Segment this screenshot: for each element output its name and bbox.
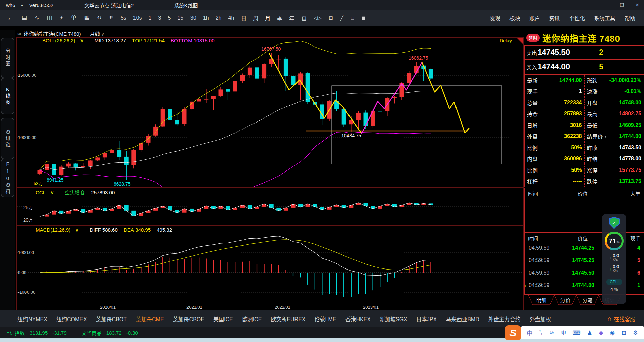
detail-tab-分价[interactable]: 分价 [560,297,570,303]
ime-skin-icon[interactable]: ◆ [599,329,603,336]
quote-label: 持仓 [527,110,538,118]
sidebar-tab-分时图[interactable]: 分时图 [1,38,14,78]
delay-badge: 延时 [526,34,540,42]
sidebar-tab-K线图[interactable]: K线图 [1,78,14,114]
macd-indicator-header[interactable]: MACD(12,26,9)∨ DIFF 588.60 DEA 340.95 49… [36,227,177,233]
timeframe-日-button[interactable]: 日 [237,14,250,22]
timeframe-3-button[interactable]: 3 [155,15,164,21]
tick-time: 04:59:59 [529,257,549,263]
quote-label[interactable]: 结算价 [587,132,603,140]
timeframe-5s-button[interactable]: 5s [117,15,130,21]
timeframe-季-button[interactable]: 季 [274,14,286,22]
ime-emoji-icon[interactable]: ☺ [549,329,555,336]
y-axis-label: 0.00 [18,270,26,275]
timeframe-15-button[interactable]: 15 [174,15,187,21]
timeframe-1-button[interactable]: 1 [145,15,155,21]
chevron-down-icon[interactable]: ▼ [604,135,607,138]
memory-gauge[interactable]: 71% [605,232,624,250]
ime-soft-keyboard-icon[interactable]: ⌨ [572,329,581,336]
quote-contract-title[interactable]: 迷你纳指主连 7480 [542,32,620,44]
exchange-tab-日本JPX[interactable]: 日本JPX [416,310,437,327]
timeframe-周-button[interactable]: 周 [250,14,262,22]
kline-chart-canvas[interactable] [15,30,524,310]
menu-账户[interactable]: 账户 [529,14,540,22]
menu-板块[interactable]: 板块 [509,14,520,22]
bid-row[interactable]: 买入 14744.00 5 [524,60,644,74]
sidebar-tab-资讯链[interactable]: 资讯链 [1,118,14,159]
ime-punctuation-icon[interactable]: ’, [539,329,542,336]
quick-order-button[interactable]: ⚡ [56,10,67,26]
sidebar-tab-F10资料[interactable]: F10资料 [1,159,14,197]
timeframe-月-button[interactable]: 月 [262,14,274,22]
time-chart-button[interactable]: ∿ [31,10,43,26]
ime-account-icon[interactable]: ♟ [587,329,592,336]
timeframe-5-button[interactable]: 5 [164,15,174,21]
sogou-logo[interactable]: S [505,325,521,340]
ime-settings-icon[interactable]: ⚙ [633,329,638,336]
y-axis-label: 15000.00 [18,72,36,78]
exchange-tab-芝加哥CBOT[interactable]: 芝加哥CBOT [96,310,127,327]
index1-value: 3131.95 [30,330,48,336]
grid-layout-button[interactable]: ⊞ [325,10,337,26]
close-button[interactable]: ✕ [635,2,639,8]
draw-rect-button[interactable]: □ [347,10,358,26]
exchange-tab-纽约NYMEX[interactable]: 纽约NYMEX [17,310,47,327]
quote-grid: 最新14744.00涨跌-34.00/0.23%现手1速涨-0.01%总量722… [524,74,644,187]
timeframe-2h-button[interactable]: 2h [212,15,225,21]
ime-toolbar: 中’,☺ψ⌨♟◆◉⊞⚙ [521,326,644,339]
kline-mode-button[interactable]: ◫ [43,10,56,26]
exchange-tab-欧洲ICE[interactable]: 欧洲ICE [242,310,262,327]
quote-list-button[interactable]: ▤ [18,10,31,26]
boll-indicator-header[interactable]: BOLL(26,26,2)∨ MID 13718.27 TOP 17121.54… [42,38,219,44]
chart-area[interactable]: ∞ 迷你纳指主连(CME 7480) 月线 ∨ 15000.0010000.00… [15,30,524,310]
ime-lang-mode-icon[interactable]: 中 [527,329,533,337]
menu-资讯[interactable]: 资讯 [549,14,560,22]
exchange-tab-美国ICE[interactable]: 美国ICE [213,310,233,327]
timeframe-年-button[interactable]: 年 [286,14,298,22]
quote-value: 362238 [564,133,582,139]
more-tools-button[interactable]: ⋯ [369,10,382,26]
order-panel-button[interactable]: 单 [67,10,80,26]
ime-toolbox-icon[interactable]: ⊞ [622,329,626,336]
system-speed-widget[interactable]: ✓ 71% ↑ 0.0K/s ↓ 0.0K/s CPU 4% [602,214,626,304]
quote-label: 最高 [587,110,598,118]
exchange-tab-马来西亚BMD[interactable]: 马来西亚BMD [446,310,479,327]
exchange-tab-外盘加权[interactable]: 外盘加权 [530,310,551,327]
draw-trendline-button[interactable]: ╱ [337,10,347,26]
menu-帮助[interactable]: 帮助 [625,14,635,22]
indicator-template-button[interactable]: ≣ [358,10,369,26]
exchange-tab-芝加哥CME[interactable]: 芝加哥CME [136,310,164,327]
menu-个性化[interactable]: 个性化 [569,14,585,22]
exchange-tab-伦敦LME[interactable]: 伦敦LME [314,310,336,327]
page-flip-button[interactable]: ◁▷ [310,10,325,26]
minimize-button[interactable]: ─ [605,2,608,8]
overlay-compare-button[interactable]: ≋ [105,10,117,26]
exchange-tab-外盘主力合约[interactable]: 外盘主力合约 [488,310,521,327]
timeframe-10s-button[interactable]: 10s [130,15,145,21]
index2-name[interactable]: 文华商品 [82,329,102,336]
timeframe-自-button[interactable]: 自 [298,14,310,22]
ask-row[interactable]: 卖出 14745.50 2 [524,45,644,60]
timeframe-1h-button[interactable]: 1h [200,15,212,21]
save-layout-button[interactable]: ▦ [80,10,93,26]
menu-发现[interactable]: 发现 [490,14,500,22]
index1-name[interactable]: 上证指数 [5,329,25,336]
exchange-tab-欧交所EUREX[interactable]: 欧交所EUREX [271,310,305,327]
exchange-tab-新加坡SGX[interactable]: 新加坡SGX [380,310,407,327]
menu-系统工具[interactable]: 系统工具 [594,14,615,22]
ccl-indicator-header[interactable]: CCL∨ 空头增仓 257893.00 [36,189,119,196]
refresh-button[interactable]: ↻ [93,10,105,26]
back-button[interactable]: ← [3,10,18,26]
timeframe-4h-button[interactable]: 4h [225,15,237,21]
exchange-tab-芝加哥CBOE[interactable]: 芝加哥CBOE [173,310,204,327]
exchange-tab-纽约COMEX[interactable]: 纽约COMEX [56,310,87,327]
down-arrow-icon: ↓ [609,266,612,271]
maximize-button[interactable]: ❐ [620,2,624,8]
detail-tab-分笔[interactable]: 分笔 [582,297,592,303]
detail-tab-明细[interactable]: 明细 [536,297,546,303]
ime-voice-icon[interactable]: ψ [561,329,566,336]
timeframe-30-button[interactable]: 30 [187,15,200,21]
online-service-button[interactable]: ∩在线客服 [607,315,635,323]
ime-game-icon[interactable]: ◉ [610,329,615,336]
exchange-tab-香港HKEX[interactable]: 香港HKEX [345,310,371,327]
